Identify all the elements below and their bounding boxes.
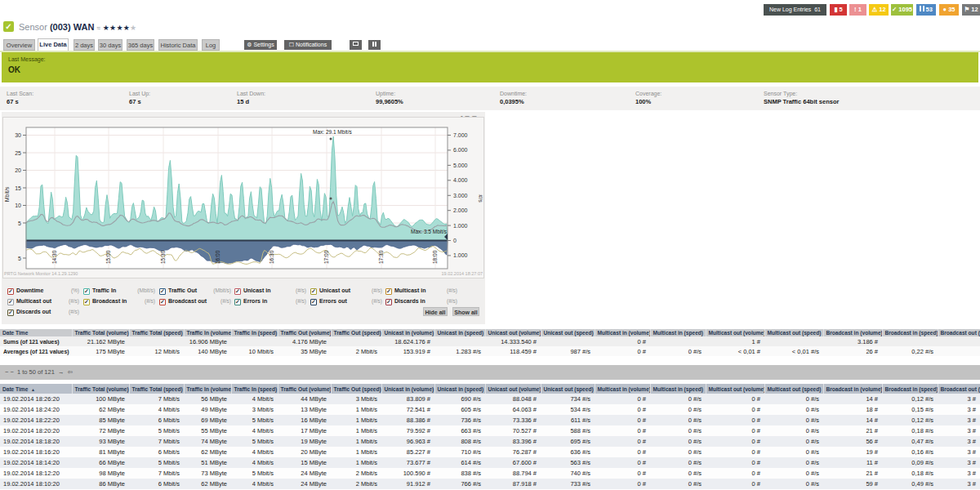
svg-text:1.000: 1.000 (453, 223, 468, 229)
svg-text:Mbit/s: Mbit/s (4, 186, 10, 202)
svg-text:10: 10 (15, 203, 21, 208)
svg-text:16:30: 16:30 (269, 250, 274, 264)
svg-text:1.000: 1.000 (453, 252, 468, 258)
svg-text:25: 25 (15, 150, 21, 156)
svg-text:5.000: 5.000 (453, 163, 468, 168)
svg-text:7.000: 7.000 (453, 132, 468, 138)
svg-text:17:00: 17:00 (323, 250, 329, 264)
svg-text:6.000: 6.000 (453, 147, 468, 153)
svg-text:2.000: 2.000 (453, 207, 468, 213)
svg-text:Max: 29.1 Mbit/s: Max: 29.1 Mbit/s (313, 129, 352, 135)
svg-text:18:00: 18:00 (432, 250, 438, 264)
svg-text:15:30: 15:30 (160, 250, 166, 264)
svg-text:15:00: 15:00 (105, 250, 111, 264)
svg-text:15: 15 (15, 185, 21, 191)
svg-text:5: 5 (18, 256, 21, 261)
svg-text:Max: 3.5 Mbit/s: Max: 3.5 Mbit/s (411, 229, 448, 234)
svg-text:20: 20 (15, 167, 21, 173)
svg-text:#/s: #/s (478, 194, 483, 203)
svg-text:3.000: 3.000 (453, 193, 468, 198)
svg-text:PRTG Network Monitor 14.1.29.1: PRTG Network Monitor 14.1.29.1290 (4, 271, 78, 276)
svg-text:0: 0 (453, 238, 457, 243)
svg-text:17:30: 17:30 (378, 250, 384, 264)
svg-text:19.02.2014 18:27:07: 19.02.2014 18:27:07 (442, 271, 483, 276)
svg-text:14:30: 14:30 (51, 250, 57, 264)
svg-text:16:00: 16:00 (215, 250, 220, 264)
svg-text:4.000: 4.000 (453, 177, 468, 183)
svg-text:5: 5 (18, 220, 21, 226)
svg-text:30: 30 (15, 132, 21, 138)
